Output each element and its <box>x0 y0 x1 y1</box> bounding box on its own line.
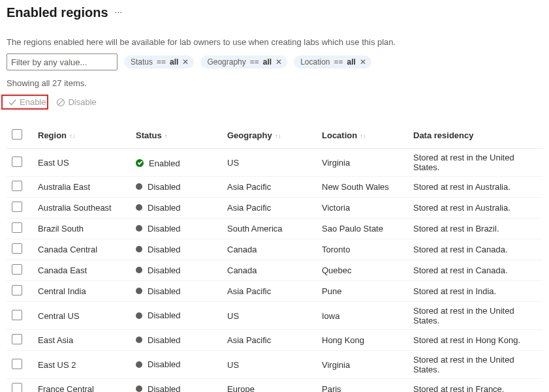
page-title: Enabled regions <box>7 5 108 20</box>
cell-status: Disabled <box>136 224 181 234</box>
table-row[interactable]: East AsiaDisabledAsia PacificHong KongSt… <box>7 330 542 351</box>
row-checkbox[interactable] <box>12 334 22 344</box>
cell-region: France Central <box>33 379 131 393</box>
cell-status: Disabled <box>136 245 181 254</box>
cell-location: Pune <box>317 281 408 302</box>
filter-pill-status[interactable]: Status == all ✕ <box>124 55 194 68</box>
cell-residency: Stored at rest in Australia. <box>408 198 542 219</box>
col-region[interactable]: Region↑↓ <box>33 124 131 149</box>
table-row[interactable]: Central USDisabledUSIowaStored at rest i… <box>7 302 542 330</box>
row-checkbox[interactable] <box>12 383 22 392</box>
sort-icon: ↑↓ <box>275 132 281 140</box>
enable-label: Enable <box>20 97 46 107</box>
select-all-checkbox[interactable] <box>12 129 22 140</box>
table-row[interactable]: Central IndiaDisabledAsia PacificPuneSto… <box>7 281 542 302</box>
table-row[interactable]: Australia SoutheastDisabledAsia PacificV… <box>7 198 542 219</box>
enable-button[interactable]: Enable <box>8 97 46 107</box>
cell-geography: Europe <box>222 379 317 393</box>
check-icon <box>8 98 17 107</box>
col-data-residency[interactable]: Data residency <box>408 124 542 149</box>
row-checkbox[interactable] <box>12 202 22 212</box>
pill-field: Geography <box>207 57 245 67</box>
table-row[interactable]: Canada EastDisabledCanadaQuebecStored at… <box>7 260 542 281</box>
sort-up-icon: ↑ <box>165 132 168 140</box>
close-icon[interactable]: ✕ <box>360 58 366 66</box>
disabled-icon <box>136 183 142 190</box>
filter-pill-location[interactable]: Location == all ✕ <box>294 55 371 68</box>
cell-status: Disabled <box>136 384 181 392</box>
disabled-icon <box>136 337 142 343</box>
disabled-icon <box>136 246 142 252</box>
cell-geography: Canada <box>222 239 317 260</box>
cell-status: Disabled <box>136 286 181 296</box>
cell-geography: Asia Pacific <box>222 281 317 302</box>
row-checkbox[interactable] <box>12 243 22 254</box>
filter-bar: Status == all ✕ Geography == all ✕ Locat… <box>7 53 542 70</box>
cell-geography: Asia Pacific <box>222 198 317 219</box>
cell-location: Sao Paulo State <box>317 219 408 239</box>
table-row[interactable]: Brazil SouthDisabledSouth AmericaSao Pau… <box>7 219 542 239</box>
table-row[interactable]: France CentralDisabledEuropeParisStored … <box>7 379 542 393</box>
cell-region: Australia East <box>33 177 131 198</box>
cell-geography: Canada <box>222 260 317 281</box>
table-row[interactable]: East USEnabledUSVirginiaStored at rest i… <box>7 149 542 177</box>
cell-location: Hong Kong <box>317 330 408 351</box>
pill-value: all <box>170 57 178 67</box>
pill-field: Location <box>300 57 330 67</box>
table-row[interactable]: Canada CentralDisabledCanadaTorontoStore… <box>7 239 542 260</box>
pill-value: all <box>263 57 272 67</box>
row-checkbox[interactable] <box>12 157 22 167</box>
disabled-icon <box>136 204 142 211</box>
more-icon[interactable]: ··· <box>115 7 123 16</box>
col-status[interactable]: Status↑ <box>131 124 222 149</box>
cell-geography: South America <box>222 219 317 239</box>
cell-region: Central India <box>33 281 131 302</box>
cell-region: Central US <box>33 302 131 330</box>
cell-geography: Asia Pacific <box>222 330 317 351</box>
cell-geography: US <box>222 149 317 177</box>
close-icon[interactable]: ✕ <box>182 58 189 66</box>
row-checkbox[interactable] <box>12 222 22 233</box>
cell-location: Virginia <box>317 149 408 177</box>
cell-residency: Stored at rest in the United States. <box>408 351 542 379</box>
row-checkbox[interactable] <box>12 310 22 320</box>
cell-location: New South Wales <box>317 177 408 198</box>
cell-residency: Stored at rest in the United States. <box>408 302 542 330</box>
filter-input[interactable] <box>7 53 118 70</box>
row-checkbox[interactable] <box>12 264 22 275</box>
cell-location: Paris <box>317 379 408 393</box>
disable-button[interactable]: Disable <box>56 97 96 107</box>
cell-residency: Stored at rest in Brazil. <box>408 219 542 239</box>
enabled-icon <box>136 159 144 167</box>
items-count: Showing all 27 items. <box>7 78 542 88</box>
disable-label: Disable <box>68 97 96 107</box>
svg-line-1 <box>59 100 64 105</box>
sort-icon: ↑↓ <box>360 132 366 140</box>
close-icon[interactable]: ✕ <box>275 58 282 66</box>
table-row[interactable]: Australia EastDisabledAsia PacificNew So… <box>7 177 542 198</box>
cell-location: Iowa <box>317 302 408 330</box>
cell-status: Disabled <box>136 310 181 320</box>
pill-op: == <box>334 57 343 67</box>
bulk-actions: Enable Disable <box>7 93 542 111</box>
disabled-icon <box>136 361 142 368</box>
cell-status: Disabled <box>136 265 181 275</box>
filter-pill-geography[interactable]: Geography == all ✕ <box>200 55 287 68</box>
page-description: The regions enabled here will be availab… <box>7 37 542 47</box>
disabled-icon <box>136 225 142 232</box>
col-geography[interactable]: Geography↑↓ <box>222 124 317 149</box>
pill-op: == <box>157 57 166 67</box>
cell-location: Victoria <box>317 198 408 219</box>
table-row[interactable]: East US 2DisabledUSVirginiaStored at res… <box>7 351 542 379</box>
regions-table: Region↑↓ Status↑ Geography↑↓ Location↑↓ … <box>7 124 542 392</box>
cell-residency: Stored at rest in Canada. <box>408 260 542 281</box>
cell-region: East US <box>33 149 131 177</box>
cell-location: Quebec <box>317 260 408 281</box>
disabled-icon <box>136 288 142 294</box>
row-checkbox[interactable] <box>12 181 22 191</box>
row-checkbox[interactable] <box>12 359 22 369</box>
pill-value: all <box>347 57 356 67</box>
col-location[interactable]: Location↑↓ <box>317 124 408 149</box>
cell-residency: Stored at rest in Hong Kong. <box>408 330 542 351</box>
row-checkbox[interactable] <box>12 285 22 295</box>
